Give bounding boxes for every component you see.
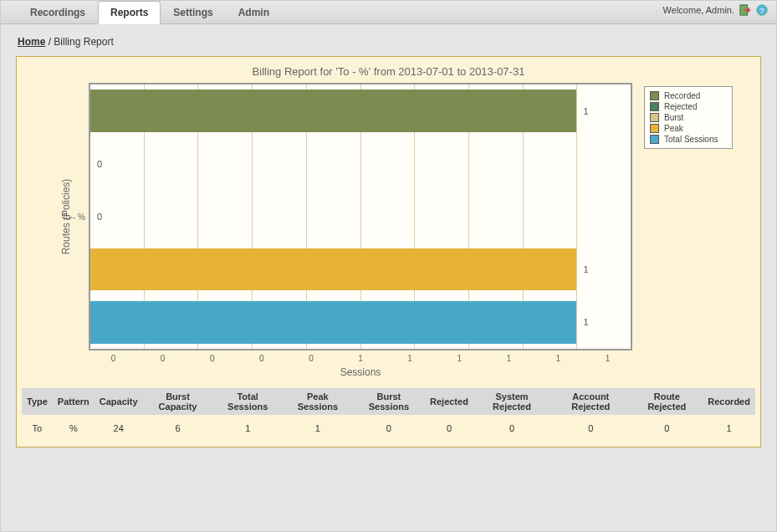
table-cell: 0 [353, 415, 425, 442]
legend-item: Burst [650, 112, 727, 123]
y-axis-label: Routes (Policies) [60, 179, 72, 255]
table-cell: 6 [143, 415, 213, 442]
tab-settings[interactable]: Settings [161, 1, 225, 23]
x-tick: 0 [187, 354, 237, 363]
summary-table: TypePatternCapacityBurst CapacityTotal S… [22, 388, 755, 442]
legend-item: Rejected [650, 101, 727, 112]
x-tick: 0 [237, 354, 286, 363]
content-area: Home / Billing Report Billing Report for… [1, 24, 776, 531]
chart-title: Billing Report for 'To - %' from 2013-07… [22, 62, 755, 83]
app-window: Recordings Reports Settings Admin Welcom… [0, 0, 777, 532]
breadcrumb-current: Billing Report [54, 36, 113, 48]
table-cell: % [53, 415, 95, 442]
x-axis-label: Sessions [89, 363, 632, 385]
table-header-cell: Peak Sessions [283, 388, 353, 415]
help-icon[interactable]: ? [756, 4, 768, 16]
chart-plot: 10011 [89, 83, 632, 350]
table-header-cell: Route Rejected [631, 388, 703, 415]
breadcrumb-sep: / [45, 36, 54, 48]
legend-item: Recorded [650, 90, 727, 101]
legend-label: Recorded [664, 91, 700, 100]
header-right: Welcome, Admin. ? [663, 4, 768, 16]
x-tick: 1 [435, 354, 484, 363]
table-cell: 1 [212, 415, 283, 442]
x-tick: 1 [484, 354, 534, 363]
bar-value-label: 1 [576, 106, 588, 116]
x-tick: 1 [335, 354, 385, 363]
legend-item: Total Sessions [650, 134, 727, 145]
table-header-cell: System Rejected [473, 388, 550, 415]
bar-row: 0 [90, 190, 631, 243]
legend-swatch [650, 113, 659, 122]
table-header-cell: Total Sessions [212, 388, 283, 415]
bar-row: 1 [90, 84, 631, 137]
x-tick: 1 [583, 354, 632, 363]
table-header-cell: Pattern [53, 388, 95, 415]
legend-label: Rejected [664, 102, 697, 111]
welcome-text: Welcome, Admin. [663, 5, 734, 15]
table-header-cell: Burst Capacity [143, 388, 213, 415]
table-cell: 0 [631, 415, 703, 442]
bar-total-sessions [90, 301, 576, 344]
chart-bars: 10011 [90, 84, 631, 349]
x-ticks: 00000111111 [89, 350, 632, 363]
table-cell: 24 [95, 415, 143, 442]
legend-box: RecordedRejectedBurstPeakTotal Sessions [644, 86, 733, 149]
legend-swatch [650, 124, 659, 133]
tab-reports[interactable]: Reports [98, 1, 161, 24]
legend-swatch [650, 135, 659, 144]
chart-legend: RecordedRejectedBurstPeakTotal Sessions [641, 83, 733, 350]
x-tick: 0 [89, 354, 138, 363]
breadcrumb-home-link[interactable]: Home [18, 36, 45, 48]
bar-row: 1 [90, 243, 631, 296]
table-header-cell: Burst Sessions [353, 388, 425, 415]
legend-label: Peak [664, 124, 683, 133]
tab-admin[interactable]: Admin [226, 1, 282, 23]
x-tick: 0 [138, 354, 187, 363]
legend-swatch [650, 102, 659, 111]
chart-area: Routes (Policies) To - % 10011 RecordedR… [22, 83, 755, 350]
bar-value-label: 1 [576, 317, 588, 327]
logout-icon[interactable] [739, 4, 751, 16]
x-ticks-wrap: 00000111111 Sessions [89, 350, 632, 385]
breadcrumb: Home / Billing Report [16, 31, 761, 56]
table-header-cell: Recorded [703, 388, 755, 415]
table-cell: 0 [473, 415, 550, 442]
table-header-cell: Account Rejected [550, 388, 631, 415]
table-header-cell: Type [22, 388, 53, 415]
table-cell: 1 [283, 415, 353, 442]
svg-text:?: ? [760, 7, 764, 15]
table-cell: To [22, 415, 53, 442]
x-tick: 0 [286, 354, 335, 363]
table-cell: 0 [425, 415, 473, 442]
table-header-row: TypePatternCapacityBurst CapacityTotal S… [22, 388, 755, 415]
x-tick: 1 [534, 354, 583, 363]
table-header-cell: Rejected [425, 388, 473, 415]
table-cell: 0 [550, 415, 631, 442]
table-cell: 1 [703, 415, 755, 442]
plot-wrap: To - % 10011 [55, 83, 632, 350]
main-tabs: Recordings Reports Settings Admin [1, 1, 776, 24]
bar-value-label: 0 [90, 212, 102, 222]
table-row: To%24611000001 [22, 415, 755, 442]
report-panel: Billing Report for 'To - %' from 2013-07… [16, 56, 761, 448]
bar-row: 0 [90, 137, 631, 190]
legend-item: Peak [650, 123, 727, 134]
x-tick: 1 [386, 354, 435, 363]
bar-value-label: 1 [576, 264, 588, 274]
legend-label: Total Sessions [664, 135, 718, 144]
bar-value-label: 0 [90, 159, 102, 169]
bar-peak [90, 248, 576, 291]
legend-label: Burst [664, 113, 683, 122]
bar-recorded [90, 90, 576, 132]
bar-row: 1 [90, 296, 631, 349]
legend-swatch [650, 91, 659, 100]
table-header-cell: Capacity [95, 388, 143, 415]
tab-recordings[interactable]: Recordings [18, 1, 98, 23]
